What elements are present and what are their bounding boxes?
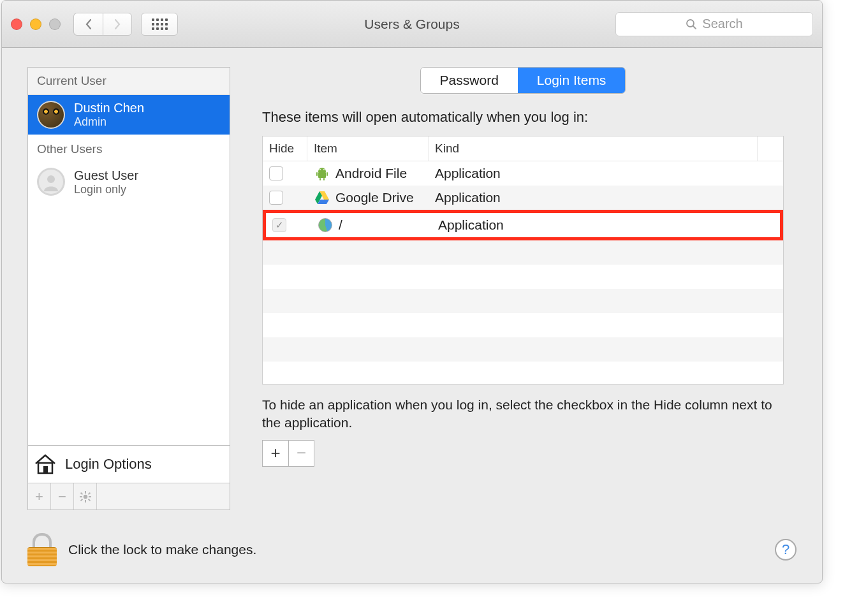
back-button[interactable] — [73, 13, 103, 36]
show-all-prefs-button[interactable] — [141, 13, 178, 36]
item-name: Android File — [335, 166, 407, 181]
hide-checkbox[interactable] — [269, 191, 283, 205]
close-window-button[interactable] — [11, 18, 22, 30]
svg-point-20 — [323, 169, 325, 170]
svg-rect-15 — [316, 172, 318, 176]
avatar — [37, 101, 65, 129]
remove-user-button[interactable]: − — [51, 483, 74, 510]
svg-rect-18 — [323, 178, 325, 180]
svg-line-1 — [693, 26, 696, 29]
house-icon — [33, 453, 57, 475]
lock-hint-text: Click the lock to make changes. — [68, 542, 256, 557]
users-sidebar: Current User Dustin Chen Admin Other Use… — [27, 67, 230, 510]
svg-rect-11 — [87, 498, 90, 501]
tab-password[interactable]: Password — [421, 68, 518, 93]
item-name: Google Drive — [335, 190, 414, 205]
user-name: Guest User — [74, 168, 138, 183]
gear-icon — [79, 490, 92, 503]
column-header-spacer — [758, 136, 783, 161]
svg-rect-16 — [327, 172, 328, 176]
login-items-description: These items will open automatically when… — [262, 109, 784, 126]
table-row-empty — [263, 265, 783, 289]
google-drive-icon — [314, 189, 330, 206]
svg-point-2 — [47, 175, 55, 183]
window-controls — [11, 18, 61, 30]
column-header-hide[interactable]: Hide — [263, 136, 307, 161]
table-row-empty — [263, 313, 783, 337]
hide-checkbox[interactable] — [272, 218, 286, 232]
current-user-row[interactable]: Dustin Chen Admin — [28, 95, 230, 135]
user-role: Admin — [74, 115, 144, 129]
svg-point-5 — [83, 494, 87, 498]
search-placeholder: Search — [702, 17, 742, 31]
forward-button[interactable] — [103, 13, 132, 36]
owl-avatar-icon — [38, 102, 64, 128]
svg-rect-6 — [85, 491, 86, 494]
lock-button[interactable] — [27, 533, 57, 566]
minimize-window-button[interactable] — [30, 18, 41, 30]
tabs: Password Login Items — [420, 67, 626, 94]
search-icon — [686, 18, 697, 30]
user-actions-button[interactable] — [74, 483, 97, 510]
svg-point-0 — [687, 20, 694, 27]
svg-rect-8 — [80, 496, 82, 497]
table-row-empty — [263, 362, 783, 384]
tab-login-items[interactable]: Login Items — [518, 68, 626, 93]
login-options-label: Login Options — [65, 456, 152, 473]
svg-rect-12 — [87, 492, 90, 494]
svg-rect-13 — [80, 498, 82, 501]
remove-login-item-button[interactable]: − — [288, 441, 314, 466]
item-kind: Application — [438, 217, 504, 233]
login-options-button[interactable]: Login Options — [28, 445, 230, 483]
svg-rect-7 — [85, 500, 86, 502]
svg-rect-10 — [80, 492, 82, 494]
grid-icon — [152, 18, 168, 30]
table-row[interactable]: Android File Application — [263, 161, 783, 186]
globe-app-icon — [317, 217, 334, 233]
table-row-empty — [263, 240, 783, 265]
table-row-empty — [263, 337, 783, 362]
table-row-empty — [263, 289, 783, 313]
column-header-item[interactable]: Item — [307, 136, 429, 161]
svg-rect-14 — [318, 172, 326, 178]
avatar — [37, 168, 65, 196]
item-name: / — [339, 217, 342, 233]
titlebar: Users & Groups Search — [2, 1, 822, 48]
item-kind: Application — [435, 166, 501, 181]
current-user-header: Current User — [28, 68, 230, 95]
column-header-kind[interactable]: Kind — [429, 136, 758, 161]
hide-checkbox[interactable] — [269, 166, 283, 180]
main-panel: Password Login Items These items will op… — [249, 67, 797, 510]
hide-hint-text: To hide an application when you log in, … — [262, 396, 784, 432]
item-kind: Application — [435, 190, 501, 205]
table-row[interactable]: Google Drive Application — [263, 186, 783, 210]
table-row-highlighted[interactable]: / Application — [263, 210, 783, 240]
add-user-button[interactable]: + — [28, 483, 51, 510]
user-role: Login only — [74, 183, 138, 197]
svg-rect-17 — [320, 178, 321, 180]
other-users-header: Other Users — [28, 135, 230, 163]
android-icon — [314, 165, 330, 182]
silhouette-icon — [39, 170, 63, 194]
zoom-window-button[interactable] — [49, 18, 61, 30]
add-login-item-button[interactable]: + — [263, 441, 288, 466]
svg-point-19 — [320, 169, 321, 170]
guest-user-row[interactable]: Guest User Login only — [28, 163, 230, 202]
svg-rect-4 — [43, 466, 48, 473]
login-items-table: Hide Item Kind Android File — [262, 136, 784, 385]
user-name: Dustin Chen — [74, 100, 144, 115]
search-input[interactable]: Search — [615, 12, 813, 36]
help-button[interactable]: ? — [775, 539, 797, 561]
svg-rect-9 — [89, 496, 91, 497]
users-groups-window: Users & Groups Search Current User Dusti… — [1, 0, 823, 583]
